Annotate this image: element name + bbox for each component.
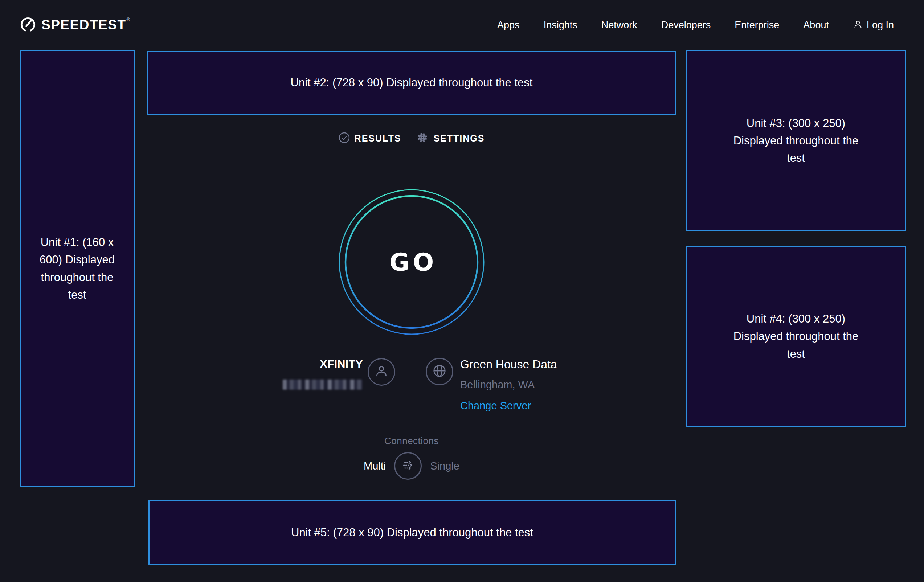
ad-unit-1[interactable]: Unit #1: (160 x 600) Displayed throughou… <box>20 50 135 487</box>
gear-icon <box>416 131 429 145</box>
gauge-icon <box>20 15 36 35</box>
ad-unit-1-text: Unit #1: (160 x 600) Displayed throughou… <box>38 234 116 303</box>
server-icon-circle <box>426 358 453 385</box>
nav-item-apps[interactable]: Apps <box>497 20 520 31</box>
logo-wordmark: SPEEDTEST® <box>41 17 130 33</box>
login-label: Log In <box>867 20 894 31</box>
nav-item-network[interactable]: Network <box>601 20 637 31</box>
server-location: Bellingham, WA <box>460 379 557 391</box>
tab-results-label: RESULTS <box>355 133 401 144</box>
speedtest-logo[interactable]: SPEEDTEST® <box>20 15 130 35</box>
go-button-label: GO <box>335 186 488 338</box>
nav-item-enterprise[interactable]: Enterprise <box>734 20 779 31</box>
change-server-link[interactable]: Change Server <box>460 400 531 412</box>
ad-unit-3[interactable]: Unit #3: (300 x 250) Displayed throughou… <box>686 50 906 231</box>
ad-unit-3-text: Unit #3: (300 x 250) Displayed throughou… <box>733 115 859 167</box>
connections-toggle-row: Multi Single <box>299 452 524 480</box>
user-icon <box>853 19 863 31</box>
nav-item-insights[interactable]: Insights <box>544 20 578 31</box>
ad-unit-2-text: Unit #2: (728 x 90) Displayed throughout… <box>291 74 533 91</box>
results-settings-tabs: RESULTS SETTINGS <box>325 131 499 145</box>
tab-results[interactable]: RESULTS <box>338 132 401 145</box>
top-nav-bar: SPEEDTEST® Apps Insights Network Develop… <box>0 0 924 50</box>
connections-toggle-button[interactable] <box>394 452 422 480</box>
person-icon <box>374 364 389 380</box>
ad-unit-4-text: Unit #4: (300 x 250) Displayed throughou… <box>733 310 859 363</box>
redacted-ip-address <box>283 379 362 390</box>
globe-icon <box>432 363 447 380</box>
nav-menu: Apps Insights Network Developers Enterpr… <box>497 19 894 31</box>
multi-arrows-icon <box>400 458 416 474</box>
tab-settings-label: SETTINGS <box>433 133 485 144</box>
connections-option-multi[interactable]: Multi <box>364 460 386 472</box>
nav-item-about[interactable]: About <box>803 20 829 31</box>
go-button[interactable]: GO <box>335 186 488 338</box>
connections-label: Connections <box>335 435 488 447</box>
ad-unit-5-text: Unit #5: (728 x 90) Displayed throughout… <box>291 524 533 541</box>
tab-settings[interactable]: SETTINGS <box>416 131 485 145</box>
server-name: Green House Data <box>460 358 557 371</box>
ad-unit-5[interactable]: Unit #5: (728 x 90) Displayed throughout… <box>148 500 676 565</box>
isp-name: XFINITY <box>251 358 363 370</box>
trademark-symbol: ® <box>126 17 130 22</box>
ad-unit-4[interactable]: Unit #4: (300 x 250) Displayed throughou… <box>686 246 906 427</box>
login-button[interactable]: Log In <box>853 19 894 31</box>
server-info: Green House Data Bellingham, WA Change S… <box>460 358 557 412</box>
ad-unit-2[interactable]: Unit #2: (728 x 90) Displayed throughout… <box>147 51 676 115</box>
isp-icon-circle <box>368 358 395 386</box>
check-circle-icon <box>338 132 350 145</box>
nav-item-developers[interactable]: Developers <box>661 20 711 31</box>
connections-option-single[interactable]: Single <box>430 460 459 472</box>
